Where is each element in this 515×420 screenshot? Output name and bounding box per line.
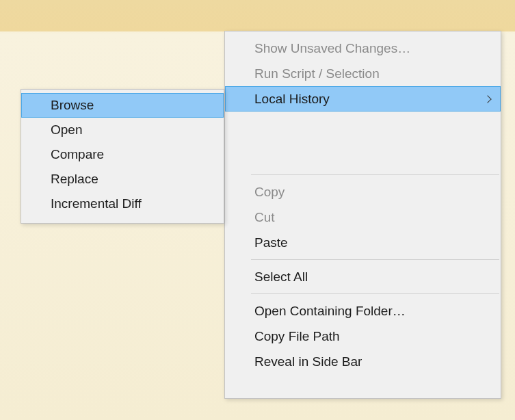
menu-item-run-script[interactable]: Run Script / Selection — [225, 61, 501, 86]
menu-item-compare[interactable]: Compare — [21, 142, 224, 167]
menu-item-label: Replace — [51, 172, 98, 187]
menu-item-paste[interactable]: Paste — [225, 230, 501, 255]
menu-item-label: Compare — [51, 147, 104, 162]
menu-item-label: Incremental Diff — [51, 196, 142, 211]
menu-item-label: Open — [51, 122, 82, 137]
menu-item-label: Cut — [254, 210, 275, 225]
menu-item-copy[interactable]: Copy — [225, 179, 501, 205]
menu-item-label: Copy — [254, 185, 285, 200]
menu-separator — [251, 259, 499, 260]
menu-item-incremental-diff[interactable]: Incremental Diff — [21, 192, 224, 216]
menu-item-browse[interactable]: Browse — [21, 93, 224, 118]
menu-separator — [251, 293, 499, 294]
menu-group-script: Show Unsaved Changes… Run Script / Selec… — [225, 31, 501, 86]
menu-item-label: Browse — [51, 98, 94, 113]
menu-item-open-containing-folder[interactable]: Open Containing Folder… — [225, 298, 501, 324]
context-menu-main: Show Unsaved Changes… Run Script / Selec… — [224, 31, 501, 399]
menu-item-cut[interactable]: Cut — [225, 205, 501, 230]
menu-item-label: Local History — [254, 92, 330, 107]
menu-item-label: Paste — [254, 235, 288, 250]
menu-item-local-history[interactable]: Local History — [225, 86, 501, 111]
menu-item-copy-file-path[interactable]: Copy File Path — [225, 324, 501, 349]
menu-item-label: Run Script / Selection — [254, 66, 380, 81]
window-title-bar — [0, 0, 515, 31]
menu-separator — [251, 174, 499, 175]
menu-item-label: Reveal in Side Bar — [254, 354, 362, 369]
menu-item-label: Show Unsaved Changes… — [254, 41, 410, 56]
menu-item-label: Select All — [254, 270, 308, 285]
menu-item-label: Open Containing Folder… — [254, 304, 406, 319]
menu-blank-region — [225, 111, 501, 170]
menu-item-show-unsaved-changes[interactable]: Show Unsaved Changes… — [225, 36, 501, 61]
context-menu-local-history: Browse Open Compare Replace Incremental … — [21, 89, 224, 224]
menu-item-select-all[interactable]: Select All — [225, 264, 501, 289]
menu-item-label: Copy File Path — [254, 329, 340, 344]
menu-item-reveal-in-side-bar[interactable]: Reveal in Side Bar — [225, 349, 501, 374]
menu-item-replace[interactable]: Replace — [21, 167, 224, 192]
menu-item-open[interactable]: Open — [21, 118, 224, 142]
